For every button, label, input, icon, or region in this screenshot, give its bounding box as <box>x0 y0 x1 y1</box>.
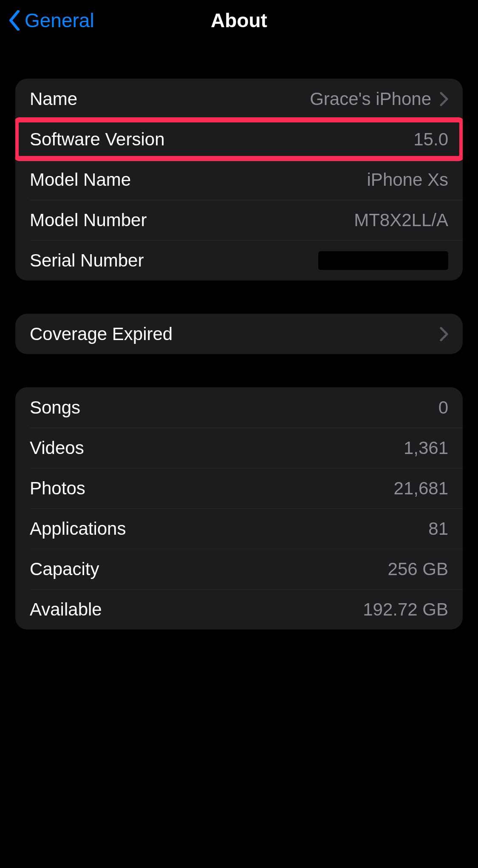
redacted-serial <box>318 251 448 270</box>
row-available: Available 192.72 GB <box>15 589 463 630</box>
back-label: General <box>25 9 94 32</box>
coverage-group: Coverage Expired <box>15 314 463 354</box>
storage-group: Songs 0 Videos 1,361 Photos 21,681 Appli… <box>15 387 463 630</box>
label-coverage: Coverage Expired <box>30 324 173 344</box>
value-videos: 1,361 <box>84 438 448 458</box>
row-software-version: Software Version 15.0 <box>15 119 463 159</box>
label-model-number: Model Number <box>30 210 147 230</box>
value-model-number: MT8X2LL/A <box>147 210 448 230</box>
label-available: Available <box>30 599 102 620</box>
label-songs: Songs <box>30 397 80 418</box>
label-photos: Photos <box>30 478 85 499</box>
row-songs: Songs 0 <box>15 387 463 428</box>
value-songs: 0 <box>80 397 448 418</box>
label-software-version: Software Version <box>30 129 165 150</box>
label-videos: Videos <box>30 438 84 458</box>
nav-bar: General About <box>0 0 478 40</box>
row-videos: Videos 1,361 <box>15 428 463 468</box>
row-name[interactable]: Name Grace's iPhone <box>15 79 463 119</box>
label-name: Name <box>30 89 77 109</box>
label-capacity: Capacity <box>30 559 99 579</box>
value-name: Grace's iPhone <box>77 89 431 109</box>
row-photos: Photos 21,681 <box>15 468 463 508</box>
row-model-name: Model Name iPhone Xs <box>15 159 463 200</box>
value-software-version: 15.0 <box>165 129 448 150</box>
row-applications: Applications 81 <box>15 508 463 549</box>
row-serial-number: Serial Number <box>15 240 463 281</box>
row-model-number: Model Number MT8X2LL/A <box>15 200 463 240</box>
value-applications: 81 <box>126 519 448 539</box>
back-button[interactable]: General <box>8 9 94 32</box>
value-available: 192.72 GB <box>102 599 448 620</box>
row-coverage[interactable]: Coverage Expired <box>15 314 463 354</box>
row-capacity: Capacity 256 GB <box>15 549 463 589</box>
value-capacity: 256 GB <box>99 559 448 579</box>
value-model-name: iPhone Xs <box>131 170 448 190</box>
chevron-right-icon <box>440 92 448 106</box>
label-serial-number: Serial Number <box>30 250 144 271</box>
label-model-name: Model Name <box>30 170 131 190</box>
value-photos: 21,681 <box>85 478 448 499</box>
chevron-right-icon <box>440 327 448 341</box>
device-info-group: Name Grace's iPhone Software Version 15.… <box>15 79 463 281</box>
chevron-left-icon <box>8 10 20 31</box>
label-applications: Applications <box>30 519 126 539</box>
